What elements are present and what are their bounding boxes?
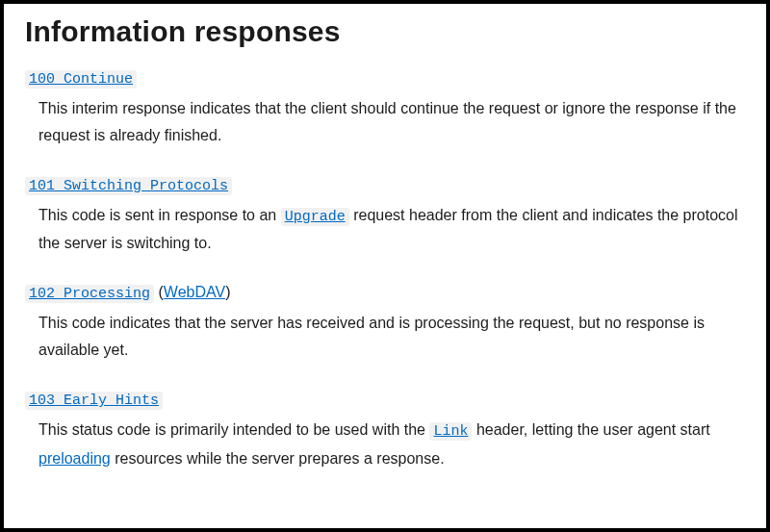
status-101-link[interactable]: 101 Switching Protocols [25, 177, 232, 195]
status-102-extra-prefix: ( [154, 284, 164, 300]
status-101-term: 101 Switching Protocols [25, 176, 745, 194]
status-100-desc-text: This interim response indicates that the… [38, 100, 736, 143]
preloading-link[interactable]: preloading [38, 450, 111, 467]
status-103-link[interactable]: 103 Early Hints [25, 392, 163, 410]
status-103-desc-post: header, letting the user agent start [472, 421, 709, 438]
status-103-desc: This status code is primarily intended t… [38, 417, 745, 471]
status-101-desc: This code is sent in response to an Upgr… [38, 202, 745, 257]
status-101-desc-pre: This code is sent in response to an [38, 207, 281, 223]
status-102-term: 102 Processing (WebDAV) [25, 284, 745, 302]
status-100-term: 100 Continue [25, 69, 745, 88]
upgrade-header-link[interactable]: Upgrade [281, 208, 349, 226]
status-102-link[interactable]: 102 Processing [25, 285, 154, 303]
status-100-desc: This interim response indicates that the… [38, 95, 745, 149]
status-102-desc: This code indicates that the server has … [38, 310, 745, 364]
status-100-link[interactable]: 100 Continue [25, 70, 137, 89]
status-103-term: 103 Early Hints [25, 391, 745, 409]
status-102-desc-text: This code indicates that the server has … [38, 315, 705, 358]
section-heading: Information responses [25, 15, 745, 48]
definition-list: 100 Continue This interim response indic… [25, 69, 745, 472]
status-103-desc-pre: This status code is primarily intended t… [38, 421, 429, 438]
status-103-desc-tail: resources while the server prepares a re… [111, 450, 445, 467]
webdav-link[interactable]: WebDAV [164, 284, 225, 300]
status-102-extra-suffix: ) [225, 284, 230, 300]
link-header-link[interactable]: Link [429, 422, 472, 441]
